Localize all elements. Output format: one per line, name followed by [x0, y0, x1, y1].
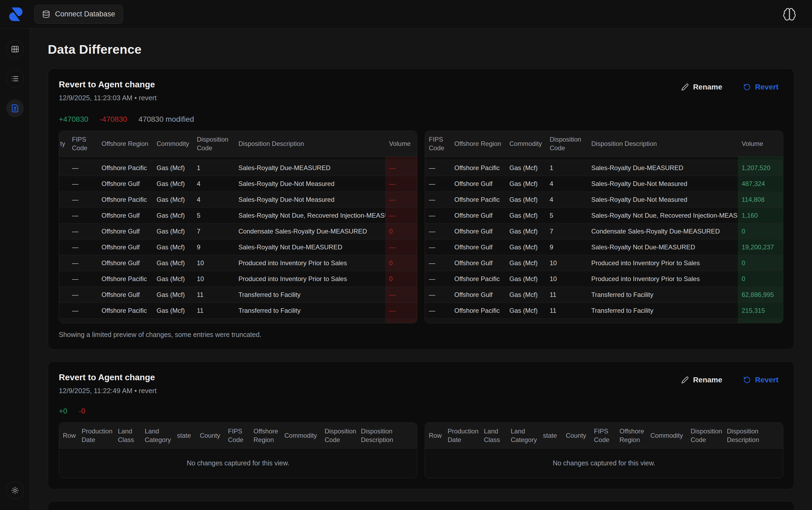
table-row: —Offshore PacificGas (Mcf)10Produced int… — [425, 271, 783, 287]
table-cell: Condensate Sales-Royalty Due-MEASURED — [588, 224, 738, 239]
table-cell: 7 — [193, 224, 235, 239]
table-cell: Sales-Royalty Due-Not Measured — [588, 192, 738, 208]
column-header: Row — [425, 423, 444, 449]
modified-count: 470830 modified — [139, 115, 194, 123]
empty-table-before-panel[interactable]: RowProduction DateLand ClassLand Categor… — [59, 422, 417, 478]
column-header: state — [173, 423, 196, 449]
database-icon — [42, 10, 50, 18]
table-cell: — — [425, 255, 451, 271]
table-cell: 10 — [193, 255, 235, 271]
table-cell: Gas (Mcf) — [506, 303, 546, 319]
volume-new-cell: 487,324 — [738, 176, 783, 192]
table-cell: — — [425, 160, 451, 176]
diff-stats: +0 -0 — [59, 407, 783, 416]
table-row: —Offshore PacificGas (Mcf)1Sales-Royalty… — [425, 160, 783, 176]
volume-old-cell: — — [385, 303, 417, 319]
column-header: FIPS Code — [425, 131, 451, 157]
table-cell: Sales-Royalty Due-Not Measured — [588, 176, 738, 192]
table-cell: 5 — [546, 208, 588, 224]
volume-old-cell: 0 — [385, 224, 417, 239]
table-cell: Sales-Royalty Due-Not Measured — [235, 176, 385, 192]
rename-label: Rename — [693, 83, 722, 91]
table-row: —Offshore GulfGas (Mcf)11Transferred to … — [425, 287, 783, 303]
partial-row — [59, 157, 417, 160]
sidebar-item-tables[interactable] — [6, 40, 24, 58]
diff-stats: +470830 -470830 470830 modified — [59, 115, 783, 123]
removed-count: -470830 — [100, 115, 127, 123]
table-cell: Offshore Gulf — [98, 239, 153, 255]
diff-table-before-panel[interactable]: tyFIPS CodeOffshore RegionCommodityDispo… — [59, 131, 417, 323]
table-cell: — — [68, 271, 98, 287]
revert-label: Revert — [755, 376, 778, 384]
empty-table-before: RowProduction DateLand ClassLand Categor… — [59, 423, 417, 478]
rotate-ccw-icon — [743, 83, 751, 91]
file-diff-icon — [11, 104, 19, 113]
column-header: FIPS Code — [68, 131, 98, 157]
sun-icon — [11, 486, 19, 495]
removed-count: -0 — [79, 407, 85, 416]
table-cell: Gas (Mcf) — [506, 176, 546, 192]
brain-icon[interactable] — [782, 7, 796, 21]
table-cell: 11 — [193, 287, 235, 303]
volume-new-cell: 215,315 — [738, 303, 783, 319]
volume-old-cell: — — [385, 176, 417, 192]
table-cell: 5 — [193, 208, 235, 224]
table-cell: Sales-Royalty Not Due, Recovered Injecti… — [588, 208, 738, 224]
connect-database-button[interactable]: Connect Database — [34, 5, 123, 24]
table-cell: Sales-Royalty Due-MEASURED — [588, 160, 738, 176]
revert-button[interactable]: Revert — [743, 83, 778, 91]
table-cell: — — [425, 239, 451, 255]
table-cell: — — [425, 192, 451, 208]
empty-state-row: No changes captured for this view. — [425, 449, 783, 478]
table-cell: Offshore Gulf — [98, 176, 153, 192]
table-cell: 7 — [546, 224, 588, 239]
diff-table-before: tyFIPS CodeOffshore RegionCommodityDispo… — [59, 131, 417, 323]
table-cell: — — [68, 192, 98, 208]
empty-state-row: No changes captured for this view. — [59, 449, 417, 478]
change-card-1: Revert to Agent change 12/9/2025, 11:23:… — [48, 68, 794, 349]
volume-new-cell: 1,160 — [738, 208, 783, 224]
empty-table-after-panel[interactable]: RowProduction DateLand ClassLand Categor… — [425, 422, 783, 478]
volume-new-cell: 0 — [738, 224, 783, 239]
table-cell: Offshore Gulf — [451, 255, 506, 271]
diff-table-after: FIPS CodeOffshore RegionCommodityDisposi… — [425, 131, 783, 323]
table-cell: Offshore Pacific — [98, 160, 153, 176]
table-cell: Condensate Sales-Royalty Due-MEASURED — [235, 224, 385, 239]
truncation-note: Showing a limited preview of changes, so… — [59, 331, 783, 339]
table-cell: Offshore Pacific — [451, 303, 506, 319]
table-cell: — — [68, 287, 98, 303]
column-header: ty — [59, 131, 68, 157]
empty-state-text: No changes captured for this view. — [59, 449, 417, 478]
sidebar-item-list[interactable] — [6, 70, 24, 88]
diff-table-after-panel[interactable]: FIPS CodeOffshore RegionCommodityDisposi… — [425, 131, 783, 323]
column-header: Production Date — [78, 423, 114, 449]
table-cell: Produced into Inventory Prior to Sales — [235, 271, 385, 287]
table-cell: Gas (Mcf) — [153, 224, 193, 239]
table-cell: Sales-Royalty Due-MEASURED — [235, 160, 385, 176]
table-cell — [59, 287, 68, 303]
column-header: Offshore Region — [250, 423, 280, 449]
volume-new-cell: 19,200,237 — [738, 239, 783, 255]
card-actions: Rename Revert — [681, 376, 783, 384]
table-row: —Offshore PacificGas (Mcf)4Sales-Royalty… — [59, 192, 417, 208]
sidebar-item-data-difference[interactable] — [6, 100, 24, 117]
table-row: —Offshore GulfGas (Mcf)7Condensate Sales… — [425, 224, 783, 239]
table-cell: Gas (Mcf) — [153, 287, 193, 303]
sidebar — [0, 28, 30, 510]
table-cell: Sales-Royalty Due-Not Measured — [235, 192, 385, 208]
table-cell: Offshore Gulf — [451, 224, 506, 239]
column-header: Volume — [738, 131, 783, 157]
card-title-block: Revert to Agent change 12/9/2025, 11:23:… — [59, 80, 156, 102]
app-logo-icon — [8, 6, 24, 22]
change-card-2: Revert to Agent change 12/9/2025, 11:22:… — [48, 361, 794, 489]
revert-button[interactable]: Revert — [743, 376, 778, 384]
table-row: —Offshore GulfGas (Mcf)10Produced into I… — [425, 255, 783, 271]
rename-button[interactable]: Rename — [681, 83, 722, 91]
rename-button[interactable]: Rename — [681, 376, 722, 384]
table-cell: Offshore Gulf — [98, 208, 153, 224]
column-header: Commodity — [506, 131, 546, 157]
table-cell: Gas (Mcf) — [153, 239, 193, 255]
table-cell: Gas (Mcf) — [153, 192, 193, 208]
partial-row — [425, 319, 783, 323]
theme-toggle-button[interactable] — [6, 482, 24, 499]
